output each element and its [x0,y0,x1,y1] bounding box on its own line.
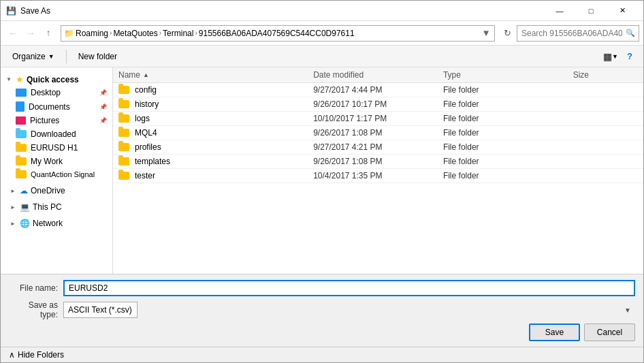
folder-icon [118,157,129,165]
search-wrapper: 🔍 [517,25,639,42]
column-name[interactable]: Name ▲ [118,70,313,80]
view-button[interactable]: ▦ ▼ [602,48,619,65]
quick-access-star-icon: ★ [16,74,24,84]
sidebar-item-desktop[interactable]: Desktop 📌 [1,86,112,99]
cancel-label: Cancel [597,328,622,337]
address-bar[interactable]: 📁 Roaming › MetaQuotes › Terminal › 9155… [61,25,495,42]
folder-icon [118,143,129,151]
help-button[interactable]: ? [622,48,638,65]
folder-icon [118,86,129,94]
navigation-bar: ← → ↑ 📁 Roaming › MetaQuotes › Terminal … [1,21,643,46]
sidebar-mywork-label: My Work [31,157,63,166]
file-date: 10/4/2017 1:35 PM [313,171,443,180]
close-button[interactable]: ✕ [607,1,638,21]
refresh-button[interactable]: ↻ [499,25,515,42]
sidebar-pictures-label: Pictures [30,116,59,125]
savetype-select[interactable]: ASCII Text (*.csv) [63,302,138,318]
title-bar: 💾 Save As — □ ✕ [1,1,643,21]
organize-button[interactable]: Organize ▼ [6,48,61,65]
file-name: profiles [135,142,161,152]
breadcrumb-segment-1[interactable]: Roaming [76,29,108,38]
desktop-pin-icon: 📌 [99,89,107,96]
quick-access-label: Quick access [27,75,79,84]
sidebar-documents-label: Documents [29,102,70,112]
mywork-folder-icon [16,157,27,165]
filename-row: File name: [9,280,635,296]
quick-access-section: ▼ ★ Quick access Desktop 📌 [1,70,112,182]
eurusd-folder-icon [16,144,27,152]
save-button[interactable]: Save [529,323,580,341]
thispc-item[interactable]: ► 💻 This PC [1,200,112,213]
table-row[interactable]: tester 10/4/2017 1:35 PM File folder [113,169,643,183]
network-item[interactable]: ► 🌐 Network [1,216,112,230]
onedrive-item[interactable]: ► ☁ OneDrive [1,183,112,197]
file-date: 9/26/2017 10:17 PM [313,99,443,109]
sidebar-eurusd-label: EURUSD H1 [31,143,78,153]
quantaction-folder-icon [16,170,27,178]
onedrive-section: ► ☁ OneDrive [1,182,112,198]
column-size[interactable]: Size [573,70,638,80]
help-icon: ? [627,51,632,61]
folder-icon-small: 📁 [64,29,74,38]
file-list-header: Name ▲ Date modified Type Size [113,67,643,83]
file-date: 9/26/2017 1:08 PM [313,157,443,166]
pictures-pin-icon: 📌 [99,117,107,124]
sidebar-onedrive-label: OneDrive [31,186,65,195]
maximize-button[interactable]: □ [575,1,607,21]
window-controls: — □ ✕ [544,1,638,21]
filename-input[interactable] [63,280,635,296]
file-name: config [135,85,157,95]
table-row[interactable]: profiles 9/27/2017 4:21 PM File folder [113,140,643,155]
dialog-buttons: Save Cancel [9,323,635,341]
sidebar-item-quantaction[interactable]: QuantAction Signal [1,168,112,180]
file-type: File folder [443,142,573,152]
thispc-chevron-icon: ► [10,204,17,210]
file-date: 9/27/2017 4:21 PM [313,142,443,152]
file-list: config 9/27/2017 4:44 PM File folder his… [113,83,643,183]
file-date: 10/10/2017 1:17 PM [313,114,443,123]
search-input[interactable] [517,25,639,42]
cancel-button[interactable]: Cancel [584,323,635,341]
file-type: File folder [443,157,573,166]
quick-access-header[interactable]: ▼ ★ Quick access [1,72,112,86]
forward-button[interactable]: → [22,25,39,42]
column-date-label: Date modified [313,70,364,80]
sidebar-network-label: Network [33,219,63,228]
hide-folders-bar[interactable]: ∧ Hide Folders [1,347,643,362]
breadcrumb-segment-3[interactable]: Terminal [163,29,193,38]
column-type-label: Type [443,70,461,80]
file-type: File folder [443,171,573,180]
column-type[interactable]: Type [443,70,573,80]
file-name: MQL4 [135,128,157,138]
thispc-icon: 💻 [20,202,30,212]
sidebar-item-pictures[interactable]: Pictures 📌 [1,114,112,127]
back-button[interactable]: ← [5,25,21,42]
organize-label: Organize [12,52,46,61]
savetype-dropdown-icon: ▼ [624,306,631,314]
new-folder-button[interactable]: New folder [72,48,123,65]
breadcrumb-segment-2[interactable]: MetaQuotes [113,29,157,38]
savetype-wrapper: ASCII Text (*.csv) ▼ [63,302,635,318]
window-title: Save As [20,6,544,16]
minimize-button[interactable]: — [544,1,575,21]
sidebar-item-documents[interactable]: Documents 📌 [1,99,112,114]
up-button[interactable]: ↑ [40,25,57,42]
quick-access-chevron-icon: ▼ [6,76,13,82]
hide-folders-label: Hide Folders [18,350,64,360]
table-row[interactable]: config 9/27/2017 4:44 PM File folder [113,83,643,97]
table-row[interactable]: logs 10/10/2017 1:17 PM File folder [113,112,643,126]
forward-icon: → [26,28,35,38]
organize-chevron-icon: ▼ [48,53,54,60]
sidebar-item-eurusd[interactable]: EURUSD H1 [1,141,112,155]
table-row[interactable]: MQL4 9/26/2017 1:08 PM File folder [113,126,643,140]
address-dropdown-button[interactable]: ▼ [481,25,492,42]
table-row[interactable]: history 9/26/2017 10:17 PM File folder [113,97,643,112]
network-chevron-icon: ► [10,221,17,227]
sidebar-item-downloaded[interactable]: Downloaded [1,127,112,141]
file-type: File folder [443,114,573,123]
breadcrumb-segment-4[interactable]: 915566BA06ADA407569C544CC0D97611 [199,29,355,38]
table-row[interactable]: templates 9/26/2017 1:08 PM File folder [113,155,643,169]
thispc-section: ► 💻 This PC [1,198,112,215]
column-date[interactable]: Date modified [313,70,443,80]
sidebar-item-mywork[interactable]: My Work [1,155,112,168]
